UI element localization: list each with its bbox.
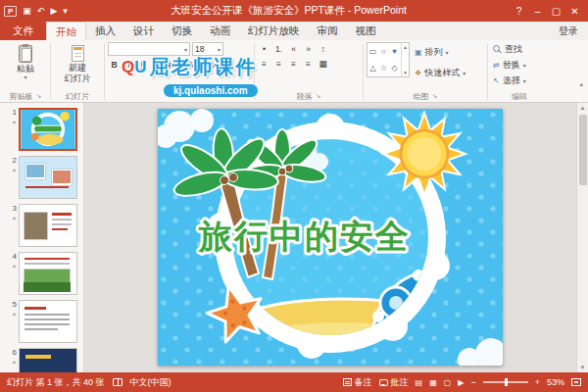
dialog-launcher-icon[interactable]: ↘ [36, 92, 42, 100]
zoom-level[interactable]: 53% [547, 377, 564, 387]
spell-check-icon[interactable] [113, 378, 122, 386]
find-button[interactable]: 查找 [491, 42, 528, 57]
dialog-launcher-icon[interactable]: ↘ [432, 92, 438, 100]
zoom-out-icon[interactable]: − [470, 377, 475, 387]
tab-slideshow[interactable]: 幻灯片放映 [239, 22, 309, 40]
font-size-combo[interactable]: 18 ▾ [192, 42, 223, 56]
strikethrough-button[interactable]: abc [167, 58, 184, 71]
help-button[interactable]: ? [510, 6, 528, 17]
reading-view-icon[interactable]: ▢ [444, 378, 452, 387]
underline-button[interactable]: U [137, 58, 150, 71]
undo-icon[interactable]: ↶ [37, 6, 45, 16]
character-spacing-button[interactable]: AV [186, 58, 201, 71]
justify-icon[interactable]: ≡ [302, 57, 315, 70]
thumbnail-row-6: 6✶ [4, 348, 81, 372]
chevron-down-icon: ▾ [463, 70, 466, 76]
heart-shape-icon[interactable]: ♥ [392, 47, 397, 56]
decrease-indent-icon[interactable]: « [287, 42, 300, 55]
font-size-value: 18 [195, 44, 204, 54]
line-spacing-icon[interactable]: ↕ [317, 42, 329, 55]
change-case-button[interactable]: Aa [202, 58, 216, 71]
tab-review[interactable]: 审阅 [309, 22, 347, 40]
quick-access-toolbar: P ▣ ↶ ▶ ▾ [4, 6, 68, 17]
tab-animations[interactable]: 动画 [201, 22, 239, 40]
paste-button[interactable]: 粘贴 ▾ [13, 42, 38, 81]
notes-button[interactable]: 备注 [343, 376, 372, 389]
slide-thumbnail-5[interactable] [19, 300, 77, 343]
font-name-combo[interactable]: ▾ [108, 42, 190, 56]
scroll-up-icon[interactable]: ▲ [403, 44, 408, 50]
new-slide-button[interactable]: 新建 幻灯片 [61, 42, 95, 84]
slide-number: 5 [13, 300, 17, 309]
numbering-icon[interactable]: 1. [272, 42, 285, 55]
arrange-button[interactable]: ▣ 排列 ▾ [412, 44, 468, 61]
slideshow-view-icon[interactable]: ▶ [458, 378, 464, 387]
maximize-button[interactable]: ▢ [547, 6, 565, 17]
align-right-icon[interactable]: ≡ [287, 57, 300, 70]
collapse-ribbon-icon[interactable]: ▴ [579, 80, 583, 88]
increase-indent-icon[interactable]: » [302, 42, 315, 55]
diamond-shape-icon[interactable]: ◇ [391, 64, 397, 73]
slide-thumbnail-3[interactable] [19, 204, 77, 247]
status-bar: 幻灯片 第 1 张，共 40 张 中文(中国) 备注 批注 ▤ ▦ ▢ ▶ − … [0, 372, 588, 392]
tab-transitions[interactable]: 切换 [163, 22, 201, 40]
zoom-in-icon[interactable]: + [535, 377, 540, 387]
new-slide-label-1: 新建 [69, 63, 86, 73]
select-label: 选择 [503, 74, 520, 87]
tab-file[interactable]: 文件 [0, 22, 46, 40]
text-shadow-button[interactable]: S [152, 58, 165, 71]
tab-design[interactable]: 设计 [124, 22, 163, 40]
scroll-down-icon[interactable]: ▼ [580, 365, 586, 370]
align-center-icon[interactable]: ≡ [272, 57, 285, 70]
ellipse-shape-icon[interactable]: ○ [381, 47, 386, 56]
gallery-scrollbar[interactable]: ▲ ▼ [401, 43, 409, 76]
scroll-up-icon[interactable]: ▲ [580, 105, 586, 111]
slide-thumbnail-2[interactable] [19, 156, 77, 199]
italic-button[interactable]: I [122, 58, 135, 71]
font-color-button[interactable]: A [219, 58, 231, 71]
rectangle-shape-icon[interactable]: ▭ [369, 47, 377, 56]
star-shape-icon[interactable]: ☆ [380, 64, 387, 73]
select-button[interactable]: ↖ 选择 ▾ [491, 74, 528, 88]
dialog-launcher-icon[interactable]: ↘ [176, 92, 182, 100]
status-bar-right: 备注 批注 ▤ ▦ ▢ ▶ − + 53% [343, 376, 581, 389]
scrollbar-thumb[interactable] [579, 115, 587, 185]
slide-thumbnail-4[interactable] [19, 252, 77, 295]
triangle-shape-icon[interactable]: △ [369, 64, 375, 73]
bold-button[interactable]: B [108, 58, 121, 71]
save-icon[interactable]: ▣ [23, 6, 31, 16]
align-left-icon[interactable]: ≡ [258, 57, 270, 70]
tab-home[interactable]: 开始 [46, 22, 86, 40]
current-slide[interactable]: 旅行中的安全 [158, 109, 503, 366]
start-slideshow-icon[interactable]: ▶ [50, 6, 57, 16]
find-label: 查找 [505, 43, 522, 56]
close-button[interactable]: ✕ [565, 6, 584, 17]
minimize-button[interactable]: – [528, 6, 547, 17]
quick-styles-button[interactable]: ❖ 快速样式 ▾ [412, 65, 468, 81]
zoom-slider-thumb[interactable] [505, 378, 508, 386]
notes-icon [343, 378, 352, 386]
shapes-gallery[interactable]: ▭ ○ ♥ △ ☆ ◇ ▲ ▼ [367, 42, 410, 77]
tab-view[interactable]: 视图 [347, 22, 385, 40]
sign-in-link[interactable]: 登录 [549, 22, 588, 40]
slide-title[interactable]: 旅行中的安全 [198, 218, 411, 255]
bullets-icon[interactable]: • [258, 42, 270, 55]
chevron-down-icon: ▾ [446, 49, 449, 56]
language-indicator[interactable]: 中文(中国) [130, 376, 172, 389]
comments-button[interactable]: 批注 [379, 376, 409, 389]
fit-slide-to-window-icon[interactable] [571, 378, 581, 386]
slide-sorter-view-icon[interactable]: ▦ [429, 378, 437, 387]
vertical-scrollbar[interactable]: ▲ ▼ [576, 103, 588, 372]
new-slide-label-2: 幻灯片 [65, 74, 91, 83]
zoom-slider[interactable] [483, 381, 528, 383]
tab-insert[interactable]: 插入 [86, 22, 124, 40]
scroll-down-icon[interactable]: ▼ [403, 70, 408, 75]
slide-thumbnail-1[interactable] [19, 108, 77, 151]
columns-icon[interactable]: ▦ [317, 57, 329, 70]
dialog-launcher-icon[interactable]: ↘ [316, 92, 321, 100]
slide-indicator[interactable]: 幻灯片 第 1 张，共 40 张 [7, 376, 105, 389]
slide-thumbnail-6[interactable] [19, 348, 77, 372]
normal-view-icon[interactable]: ▤ [416, 378, 423, 387]
replace-button[interactable]: ⇄ 替换 ▾ [491, 58, 528, 73]
paragraph-group-label: 段落 [297, 91, 313, 102]
